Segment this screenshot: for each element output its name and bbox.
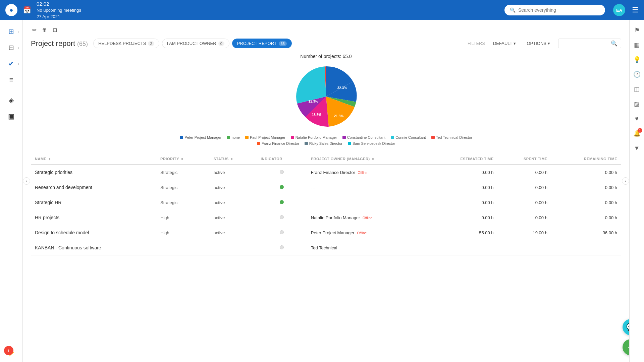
pie-chart: 32.3% 12.3% 18.5% 21.5% [292,63,360,130]
dropbox-icon: ◈ [9,96,14,104]
right-sidebar-filter[interactable]: ▼ [631,142,643,154]
table-row[interactable]: Strategic priorities Strategic active Fr… [31,165,621,180]
clock-icon: 🕐 [633,71,641,78]
right-sidebar-clock[interactable]: 🕐 [631,68,643,80]
legend-label-none: none [231,135,239,139]
sort-icon-name: ⇕ [48,158,51,161]
legend-label-sam: Sam Servicedesk Director [353,141,395,145]
search-bar[interactable]: 🔍 [504,5,605,15]
table-row[interactable]: HR projects High active Natalie Portfoli… [31,210,621,225]
cell-owner-4: Natalie Portfolio Manager Offline [307,210,428,225]
cell-indicator-6 [257,240,307,255]
bottom-badge[interactable]: i [4,346,13,355]
filter-icon: ▼ [634,145,640,152]
filter-tab-project-report[interactable]: PROJECT REPORT 65 [232,39,292,48]
col-header-name[interactable]: NAME ⇕ [31,154,156,165]
cell-remaining-4: 0.00 h [551,210,621,225]
legend-dot-constantine [342,136,346,139]
filters-row: FILTERS DEFAULT ▾ OPTIONS ▾ 🔍 [468,39,621,48]
legend-dot-connie [391,136,394,139]
project-report-label: PROJECT REPORT [237,41,277,46]
cell-owner-5: Peter Project Manager Offline [307,225,428,240]
app-logo[interactable]: ● [5,4,17,16]
current-time: 02:02 [37,0,81,7]
legend-label-franz: Franz Finance Director [262,141,299,145]
right-sidebar-collapse-arrow[interactable]: ‹ [622,177,629,185]
options-label: OPTIONS [527,41,546,46]
filter-tabs: HELPDESK PROJECTS 2 I AM PRODUCT OWNER 0… [93,39,462,48]
legend-item-constantine: Constantine Consultant [342,135,385,139]
right-sidebar-dashboard[interactable]: ◫ [631,83,643,95]
sidebar-collapse-arrow[interactable]: › [23,177,30,185]
cell-estimated-2: 0.00 h [428,180,498,195]
cell-spent-5: 19.00 h [498,225,551,240]
cell-estimated-1: 0.00 h [428,165,498,180]
table-body: Strategic priorities Strategic active Fr… [31,165,621,255]
legend-dot-sam [348,142,351,145]
legend-item-connie: Connie Consultant [391,135,426,139]
legend-dot-natalie [291,136,294,139]
search-input[interactable] [518,7,600,13]
table-row[interactable]: Design to schedule model High active Pet… [31,225,621,240]
bulb-icon: 💡 [633,56,641,63]
edit-button[interactable]: ✏ [31,25,38,35]
cell-remaining-6 [551,240,621,255]
cell-owner-2: --- [307,180,428,195]
legend-item-natalie: Natalie Portfolio Manager [291,135,337,139]
sidebar-divider [5,90,18,90]
right-sidebar-bar-chart[interactable]: ▦ [631,39,643,51]
sidebar-item-tasks[interactable]: ✔ › [4,56,19,71]
current-date: 27 Apr 2021 [37,14,81,20]
project-report-count: 65 [279,41,287,46]
right-sidebar-heart[interactable]: ♥ [631,113,643,125]
expand-arrow-icon: › [18,46,19,50]
table-row[interactable]: Strategic HR Strategic active 0.00 h 0.0… [31,195,621,210]
default-filter-button[interactable]: DEFAULT ▾ [490,40,519,47]
cell-status-2: active [209,180,257,195]
options-filter-button[interactable]: OPTIONS ▾ [524,40,553,47]
col-header-status[interactable]: STATUS ⇕ [209,154,257,165]
right-sidebar: ⚑ ▦ 💡 🕐 ◫ ▨ ♥ 🔔 1 ▼ [629,20,644,362]
col-header-priority[interactable]: PRIORITY ⇕ [156,154,209,165]
cell-spent-3: 0.00 h [498,195,551,210]
filter-tab-helpdesk[interactable]: HELPDESK PROJECTS 2 [93,39,159,48]
user-avatar[interactable]: EA [613,4,625,16]
right-sidebar-notification[interactable]: 🔔 1 [631,127,643,139]
cell-name-5: Design to schedule model [31,225,156,240]
col-header-remaining: REMAINING TIME [551,154,621,165]
sort-icon-status: ⇕ [230,158,233,161]
right-sidebar-bar-chart2[interactable]: ▨ [631,98,643,110]
legend-item-ted: Ted Technical Director [431,135,472,139]
right-sidebar-flag[interactable]: ⚑ [631,24,643,36]
check-icon: ✔ [8,60,14,68]
table-row[interactable]: Research and development Strategic activ… [31,180,621,195]
cell-estimated-4: 0.00 h [428,210,498,225]
hamburger-menu[interactable]: ☰ [632,6,639,14]
filter-tab-product-owner[interactable]: I AM PRODUCT OWNER 0 [162,39,229,48]
sidebar-item-grid[interactable]: ⊞ › [4,24,19,39]
sidebar-item-frame[interactable]: ▣ [4,109,19,124]
toolbar: ✏ 🗑 ⊡ [31,25,621,35]
cell-estimated-3: 0.00 h [428,195,498,210]
filter-search-input[interactable] [562,41,609,46]
list-icon: ≡ [9,76,13,84]
delete-button[interactable]: 🗑 [41,26,49,35]
cell-name-6: KANBAN - Continuous software [31,240,156,255]
cell-spent-6 [498,240,551,255]
filter-search[interactable]: 🔍 [558,39,621,48]
chart-legend: Peter Project Manager none Paul Project … [175,135,477,145]
sidebar-item-dropbox[interactable]: ◈ [4,93,19,108]
sidebar-item-tree[interactable]: ⊟ › [4,40,19,55]
right-sidebar-bulb[interactable]: 💡 [631,54,643,66]
legend-dot-ted [431,136,435,139]
legend-item-franz: Franz Finance Director [257,141,299,145]
frame-icon: ▣ [8,112,14,120]
sidebar-item-list[interactable]: ≡ [4,72,19,87]
table-row[interactable]: KANBAN - Continuous software Ted Technic… [31,240,621,255]
projects-table: NAME ⇕ PRIORITY ⇕ STATUS ⇕ INDICATOR PRO… [31,154,621,255]
view-button[interactable]: ⊡ [51,25,58,35]
cell-name-1: Strategic priorities [31,165,156,180]
legend-label-ricky: Ricky Sales Director [309,141,342,145]
cell-priority-6 [156,240,209,255]
col-header-owner[interactable]: PROJECT OWNER (MANAGER) ⇕ [307,154,428,165]
